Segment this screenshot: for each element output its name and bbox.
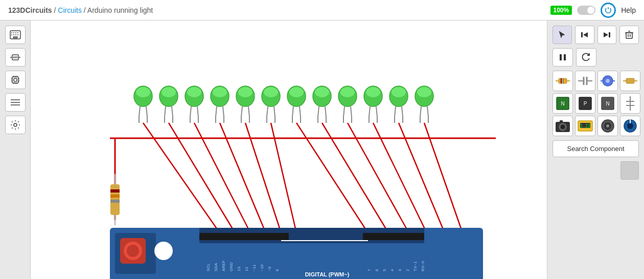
component-grid: N P N [553, 71, 639, 136]
select-tool-btn[interactable] [553, 26, 572, 44]
breadcrumb: 123DCircuits / Circuits / Arduino runnin… [8, 6, 153, 14]
brand-label: 123DCircuits [8, 6, 52, 14]
meter-component[interactable]: 1.23 [575, 116, 595, 136]
svg-line-37 [245, 123, 281, 233]
svg-text:13: 13 [237, 267, 241, 271]
svg-line-96 [343, 106, 344, 117]
svg-line-61 [197, 106, 198, 117]
svg-rect-155 [609, 32, 610, 37]
svg-point-113 [417, 87, 431, 97]
svg-line-55 [172, 106, 173, 117]
canvas-area[interactable]: DIGITAL (PWM~) SCL SDA AREF GND 13 12 ~1… [31, 20, 547, 279]
svg-point-101 [366, 87, 380, 97]
svg-point-77 [264, 87, 278, 97]
svg-line-78 [267, 106, 268, 117]
step-forward-btn[interactable] [597, 26, 617, 44]
svg-point-175 [606, 79, 610, 83]
svg-point-59 [187, 87, 201, 97]
svg-text:RX~0: RX~0 [421, 261, 425, 271]
svg-point-197 [606, 124, 609, 127]
npn-transistor-component[interactable]: N [553, 93, 573, 114]
keyboard-tool[interactable] [5, 26, 26, 44]
svg-rect-120 [110, 195, 120, 198]
svg-rect-16 [12, 77, 18, 83]
svg-text:5: 5 [382, 269, 387, 271]
svg-point-31 [14, 123, 17, 126]
rotate-btn[interactable] [576, 48, 596, 67]
toolbar-row-2 [553, 48, 639, 67]
svg-line-60 [190, 106, 191, 117]
svg-text:~10: ~10 [260, 264, 264, 271]
search-component-button[interactable]: Search Component [553, 140, 639, 157]
svg-point-53 [162, 87, 176, 97]
svg-line-66 [216, 106, 217, 117]
svg-text:P: P [584, 101, 587, 106]
resistor2-component[interactable] [620, 71, 640, 91]
n-transistor-component[interactable]: N [597, 93, 618, 114]
svg-text:2: 2 [405, 269, 410, 271]
svg-text:6: 6 [375, 269, 379, 271]
svg-text:~9: ~9 [267, 266, 272, 271]
svg-line-102 [369, 106, 370, 117]
svg-text:AREF: AREF [221, 261, 226, 271]
svg-line-54 [165, 106, 166, 117]
vert-component[interactable] [620, 93, 640, 114]
speaker-component[interactable] [597, 116, 618, 136]
svg-rect-154 [581, 32, 583, 37]
svg-line-103 [376, 106, 377, 117]
settings-tool[interactable] [5, 116, 26, 134]
chip-tool[interactable] [5, 71, 26, 89]
circuits-link[interactable]: Circuits [58, 6, 82, 14]
diode-component[interactable] [597, 71, 618, 91]
svg-rect-156 [626, 33, 632, 38]
svg-text:7: 7 [367, 269, 372, 271]
svg-text:4: 4 [390, 269, 395, 271]
brand-123d: 123D [8, 6, 25, 14]
list-tool[interactable] [5, 93, 26, 112]
svg-point-199 [627, 123, 633, 129]
battery-indicator: 100% [550, 6, 572, 15]
potentiometer-component[interactable] [620, 116, 640, 136]
svg-point-129 [154, 242, 173, 260]
component-tool[interactable] [5, 48, 26, 67]
svg-line-49 [146, 106, 147, 117]
svg-text:~11: ~11 [252, 264, 257, 271]
brand-circuits: Circuits [25, 6, 52, 14]
svg-line-79 [274, 106, 275, 117]
svg-line-35 [194, 123, 250, 233]
svg-line-115 [427, 106, 428, 117]
svg-line-91 [325, 106, 326, 117]
svg-text:N: N [606, 101, 609, 106]
svg-text:TX~1: TX~1 [413, 261, 418, 271]
resistor-component[interactable] [553, 71, 573, 91]
svg-line-85 [300, 106, 301, 117]
left-sidebar [0, 20, 31, 279]
capacitor-component[interactable] [575, 71, 595, 91]
svg-point-89 [315, 87, 329, 97]
svg-point-107 [392, 87, 406, 97]
sep2: / [84, 6, 87, 14]
svg-line-48 [139, 106, 140, 117]
svg-line-72 [241, 106, 242, 117]
svg-rect-119 [110, 189, 120, 192]
svg-text:DIGITAL (PWM~): DIGITAL (PWM~) [305, 271, 350, 277]
svg-text:GND: GND [229, 262, 234, 271]
toggle-switch[interactable] [577, 6, 595, 15]
svg-line-38 [271, 123, 296, 233]
pause-btn[interactable] [553, 48, 573, 67]
help-link[interactable]: Help [621, 6, 636, 14]
header-controls: 100% Help [550, 3, 636, 18]
power-button[interactable] [601, 3, 616, 18]
svg-text:N: N [561, 101, 564, 106]
svg-line-36 [220, 123, 266, 233]
p-transistor-component[interactable]: P [575, 93, 595, 114]
step-back-btn[interactable] [575, 26, 594, 44]
toolbar-row-1 [553, 26, 639, 44]
camera-component[interactable] [553, 116, 573, 136]
delete-btn[interactable] [619, 26, 639, 44]
svg-line-108 [395, 106, 396, 117]
main-layout: DIGITAL (PWM~) SCL SDA AREF GND 13 12 ~1… [0, 20, 644, 279]
svg-line-97 [351, 106, 352, 117]
circuit-diagram: DIGITAL (PWM~) SCL SDA AREF GND 13 12 ~1… [31, 20, 547, 279]
svg-line-114 [420, 106, 421, 117]
